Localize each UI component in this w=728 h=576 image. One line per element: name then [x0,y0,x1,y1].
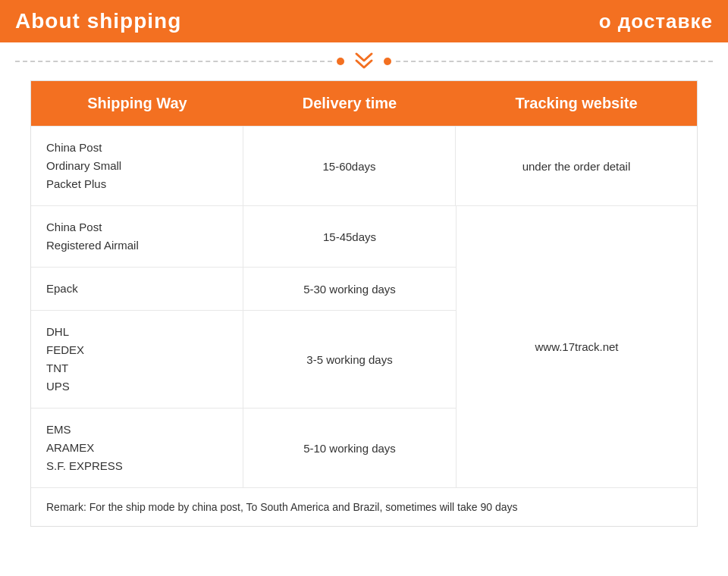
table-row-5: EMS ARAMEX S.F. EXPRESS 5-10 working day… [31,409,456,487]
header-title-right: о доставке [599,10,713,33]
row5-shipping: EMS ARAMEX S.F. EXPRESS [31,409,243,487]
row2-delivery: 15-45days [243,206,456,267]
row1-tracking: under the order detail [456,127,697,205]
row3-delivery: 5-30 working days [243,268,456,310]
table-row-2: China Post Registered Airmail 15-45days [31,206,456,268]
row3-shipping: Epack [31,268,243,310]
row1-delivery: 15-60days [243,127,456,205]
divider-dot-left [337,58,344,65]
header-title-left: About shipping [15,9,181,33]
row4-delivery: 3-5 working days [243,311,456,408]
chevron-down-icon [353,51,375,72]
shipping-table: Shipping Way Delivery time Tracking webs… [30,80,698,527]
col-header-shipping: Shipping Way [31,81,243,126]
row4-shipping: DHL FEDEX TNT UPS [31,311,243,408]
shared-tracking-cell: www.17track.net [456,206,697,487]
page-wrapper: About shipping о доставке Shipping Way D… [0,0,728,576]
divider-line-left [15,61,332,62]
table-row-1: China Post Ordinary Small Packet Plus 15… [31,126,697,205]
remark-text: Remark: For the ship mode by china post,… [46,501,517,513]
row1-shipping: China Post Ordinary Small Packet Plus [31,127,243,205]
rows-2-5: China Post Registered Airmail 15-45days … [31,205,697,487]
remark-row: Remark: For the ship mode by china post,… [31,487,697,526]
col-header-tracking: Tracking website [456,81,697,126]
row2-shipping: China Post Registered Airmail [31,206,243,267]
row5-delivery: 5-10 working days [243,409,456,487]
table-row-4: DHL FEDEX TNT UPS 3-5 working days [31,311,456,409]
table-header: Shipping Way Delivery time Tracking webs… [31,81,697,126]
divider-dot-right [384,58,391,65]
left-rows: China Post Registered Airmail 15-45days … [31,206,456,487]
divider-row [0,42,728,80]
divider-line-right [396,61,713,62]
col-header-delivery: Delivery time [243,81,456,126]
table-row-3: Epack 5-30 working days [31,268,456,311]
header: About shipping о доставке [0,0,728,42]
